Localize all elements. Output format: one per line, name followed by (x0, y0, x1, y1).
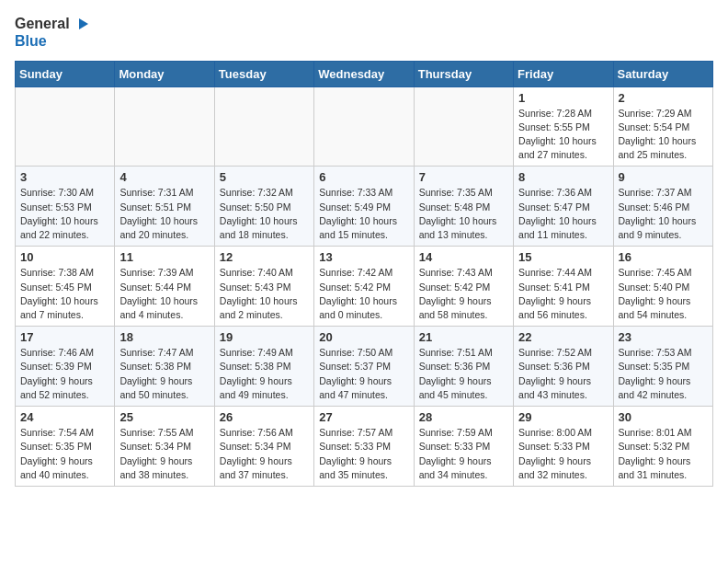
day-info: Sunrise: 7:36 AM Sunset: 5:47 PM Dayligh… (518, 186, 608, 242)
calendar-day-cell: 20Sunrise: 7:50 AM Sunset: 5:37 PM Dayli… (314, 327, 414, 407)
day-number: 24 (20, 410, 109, 424)
day-number: 20 (319, 330, 408, 344)
logo: General Blue (15, 15, 90, 50)
day-info: Sunrise: 8:01 AM Sunset: 5:32 PM Dayligh… (619, 426, 708, 482)
day-number: 5 (220, 170, 309, 184)
calendar-day-cell: 5Sunrise: 7:32 AM Sunset: 5:50 PM Daylig… (214, 167, 313, 247)
calendar-day-cell: 17Sunrise: 7:46 AM Sunset: 5:39 PM Dayli… (16, 327, 115, 407)
day-number: 21 (419, 330, 508, 344)
day-number: 15 (518, 250, 608, 264)
calendar-day-cell: 25Sunrise: 7:55 AM Sunset: 5:34 PM Dayli… (115, 407, 214, 487)
day-info: Sunrise: 7:42 AM Sunset: 5:42 PM Dayligh… (319, 266, 408, 322)
calendar-day-cell: 2Sunrise: 7:29 AM Sunset: 5:54 PM Daylig… (613, 86, 712, 167)
day-number: 14 (419, 250, 508, 264)
day-info: Sunrise: 7:51 AM Sunset: 5:36 PM Dayligh… (419, 346, 508, 402)
calendar-day-cell: 16Sunrise: 7:45 AM Sunset: 5:40 PM Dayli… (613, 247, 712, 327)
day-number: 3 (20, 170, 109, 184)
calendar-table: SundayMondayTuesdayWednesdayThursdayFrid… (15, 61, 713, 487)
calendar-day-cell: 6Sunrise: 7:33 AM Sunset: 5:49 PM Daylig… (314, 167, 414, 247)
day-info: Sunrise: 7:30 AM Sunset: 5:53 PM Dayligh… (20, 186, 109, 242)
day-number: 1 (518, 91, 608, 105)
day-info: Sunrise: 7:46 AM Sunset: 5:39 PM Dayligh… (20, 346, 109, 402)
calendar-day-cell: 3Sunrise: 7:30 AM Sunset: 5:53 PM Daylig… (16, 167, 115, 247)
calendar-day-cell: 15Sunrise: 7:44 AM Sunset: 5:41 PM Dayli… (514, 247, 613, 327)
calendar-day-cell: 13Sunrise: 7:42 AM Sunset: 5:42 PM Dayli… (314, 247, 414, 327)
weekday-header-sunday: Sunday (16, 61, 115, 86)
calendar-day-cell: 21Sunrise: 7:51 AM Sunset: 5:36 PM Dayli… (414, 327, 513, 407)
day-info: Sunrise: 7:44 AM Sunset: 5:41 PM Dayligh… (518, 266, 608, 322)
calendar-day-cell: 30Sunrise: 8:01 AM Sunset: 5:32 PM Dayli… (613, 407, 712, 487)
day-info: Sunrise: 7:37 AM Sunset: 5:46 PM Dayligh… (619, 186, 708, 242)
day-number: 12 (220, 250, 309, 264)
day-info: Sunrise: 7:40 AM Sunset: 5:43 PM Dayligh… (220, 266, 309, 322)
day-number: 6 (319, 170, 408, 184)
day-info: Sunrise: 7:29 AM Sunset: 5:54 PM Dayligh… (619, 107, 708, 163)
day-number: 27 (319, 410, 408, 424)
day-number: 26 (220, 410, 309, 424)
day-number: 16 (619, 250, 708, 264)
calendar-day-cell: 29Sunrise: 8:00 AM Sunset: 5:33 PM Dayli… (514, 407, 613, 487)
day-number: 10 (20, 250, 109, 264)
calendar-day-cell: 24Sunrise: 7:54 AM Sunset: 5:35 PM Dayli… (16, 407, 115, 487)
calendar-week-row: 17Sunrise: 7:46 AM Sunset: 5:39 PM Dayli… (16, 327, 713, 407)
day-number: 11 (119, 250, 209, 264)
day-info: Sunrise: 7:53 AM Sunset: 5:35 PM Dayligh… (619, 346, 708, 402)
calendar-day-cell: 14Sunrise: 7:43 AM Sunset: 5:42 PM Dayli… (414, 247, 513, 327)
day-info: Sunrise: 7:43 AM Sunset: 5:42 PM Dayligh… (419, 266, 508, 322)
calendar-day-cell: 9Sunrise: 7:37 AM Sunset: 5:46 PM Daylig… (613, 167, 712, 247)
day-number: 8 (518, 170, 608, 184)
day-info: Sunrise: 7:33 AM Sunset: 5:49 PM Dayligh… (319, 186, 408, 242)
calendar-header-row: SundayMondayTuesdayWednesdayThursdayFrid… (16, 61, 713, 86)
day-info: Sunrise: 7:52 AM Sunset: 5:36 PM Dayligh… (518, 346, 608, 402)
calendar-day-cell: 22Sunrise: 7:52 AM Sunset: 5:36 PM Dayli… (514, 327, 613, 407)
day-info: Sunrise: 7:47 AM Sunset: 5:38 PM Dayligh… (119, 346, 209, 402)
day-number: 7 (419, 170, 508, 184)
weekday-header-saturday: Saturday (613, 61, 712, 86)
day-number: 2 (619, 91, 708, 105)
day-info: Sunrise: 7:57 AM Sunset: 5:33 PM Dayligh… (319, 426, 408, 482)
day-number: 29 (518, 410, 608, 424)
day-info: Sunrise: 7:54 AM Sunset: 5:35 PM Dayligh… (20, 426, 109, 482)
svg-marker-0 (79, 18, 88, 29)
weekday-header-tuesday: Tuesday (214, 61, 313, 86)
calendar-day-cell: 8Sunrise: 7:36 AM Sunset: 5:47 PM Daylig… (514, 167, 613, 247)
day-info: Sunrise: 7:35 AM Sunset: 5:48 PM Dayligh… (419, 186, 508, 242)
logo-blue-text: Blue (15, 33, 90, 50)
calendar-day-cell: 7Sunrise: 7:35 AM Sunset: 5:48 PM Daylig… (414, 167, 513, 247)
calendar-day-cell: 19Sunrise: 7:49 AM Sunset: 5:38 PM Dayli… (214, 327, 313, 407)
calendar-day-cell: 18Sunrise: 7:47 AM Sunset: 5:38 PM Dayli… (115, 327, 214, 407)
logo-container: General Blue (15, 15, 90, 50)
calendar-day-cell (414, 86, 513, 167)
calendar-day-cell: 23Sunrise: 7:53 AM Sunset: 5:35 PM Dayli… (613, 327, 712, 407)
day-info: Sunrise: 7:38 AM Sunset: 5:45 PM Dayligh… (20, 266, 109, 322)
calendar-day-cell: 1Sunrise: 7:28 AM Sunset: 5:55 PM Daylig… (514, 86, 613, 167)
day-info: Sunrise: 7:45 AM Sunset: 5:40 PM Dayligh… (619, 266, 708, 322)
day-number: 19 (220, 330, 309, 344)
day-number: 4 (119, 170, 209, 184)
calendar-day-cell (314, 86, 414, 167)
calendar-day-cell (115, 86, 214, 167)
logo-general-text: General (15, 16, 70, 32)
day-number: 23 (619, 330, 708, 344)
calendar-day-cell: 28Sunrise: 7:59 AM Sunset: 5:33 PM Dayli… (414, 407, 513, 487)
day-info: Sunrise: 7:39 AM Sunset: 5:44 PM Dayligh… (119, 266, 209, 322)
calendar-day-cell (16, 86, 115, 167)
day-info: Sunrise: 7:56 AM Sunset: 5:34 PM Dayligh… (220, 426, 309, 482)
day-number: 22 (518, 330, 608, 344)
day-info: Sunrise: 7:32 AM Sunset: 5:50 PM Dayligh… (220, 186, 309, 242)
calendar-day-cell: 10Sunrise: 7:38 AM Sunset: 5:45 PM Dayli… (16, 247, 115, 327)
day-number: 17 (20, 330, 109, 344)
logo-arrow-icon (72, 15, 90, 33)
day-number: 9 (619, 170, 708, 184)
page-header: General Blue (15, 15, 713, 50)
day-number: 30 (619, 410, 708, 424)
day-info: Sunrise: 7:59 AM Sunset: 5:33 PM Dayligh… (419, 426, 508, 482)
day-info: Sunrise: 7:49 AM Sunset: 5:38 PM Dayligh… (220, 346, 309, 402)
weekday-header-monday: Monday (115, 61, 214, 86)
weekday-header-thursday: Thursday (414, 61, 513, 86)
calendar-week-row: 10Sunrise: 7:38 AM Sunset: 5:45 PM Dayli… (16, 247, 713, 327)
day-number: 18 (119, 330, 209, 344)
day-info: Sunrise: 7:31 AM Sunset: 5:51 PM Dayligh… (119, 186, 209, 242)
calendar-day-cell: 11Sunrise: 7:39 AM Sunset: 5:44 PM Dayli… (115, 247, 214, 327)
day-info: Sunrise: 7:28 AM Sunset: 5:55 PM Dayligh… (518, 107, 608, 163)
